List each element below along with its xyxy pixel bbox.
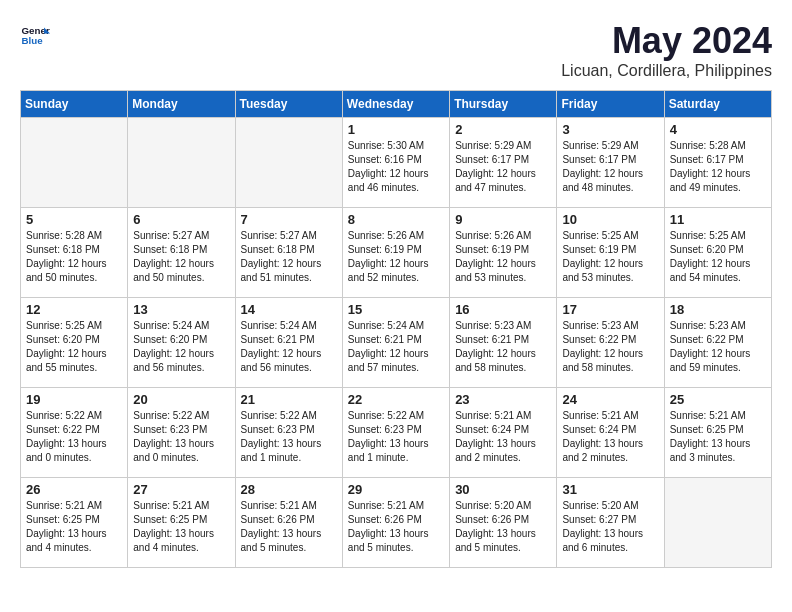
weekday-header: Thursday <box>450 91 557 118</box>
calendar-cell: 24Sunrise: 5:21 AM Sunset: 6:24 PM Dayli… <box>557 388 664 478</box>
day-info: Sunrise: 5:20 AM Sunset: 6:26 PM Dayligh… <box>455 499 551 555</box>
month-title: May 2024 <box>561 20 772 62</box>
calendar-cell: 17Sunrise: 5:23 AM Sunset: 6:22 PM Dayli… <box>557 298 664 388</box>
calendar-cell <box>128 118 235 208</box>
calendar-cell: 8Sunrise: 5:26 AM Sunset: 6:19 PM Daylig… <box>342 208 449 298</box>
day-number: 7 <box>241 212 337 227</box>
day-number: 22 <box>348 392 444 407</box>
day-info: Sunrise: 5:22 AM Sunset: 6:23 PM Dayligh… <box>241 409 337 465</box>
calendar-cell: 6Sunrise: 5:27 AM Sunset: 6:18 PM Daylig… <box>128 208 235 298</box>
day-info: Sunrise: 5:25 AM Sunset: 6:19 PM Dayligh… <box>562 229 658 285</box>
day-info: Sunrise: 5:27 AM Sunset: 6:18 PM Dayligh… <box>133 229 229 285</box>
calendar-cell <box>664 478 771 568</box>
day-info: Sunrise: 5:21 AM Sunset: 6:25 PM Dayligh… <box>670 409 766 465</box>
day-info: Sunrise: 5:29 AM Sunset: 6:17 PM Dayligh… <box>455 139 551 195</box>
day-info: Sunrise: 5:21 AM Sunset: 6:26 PM Dayligh… <box>241 499 337 555</box>
day-number: 5 <box>26 212 122 227</box>
calendar-cell: 14Sunrise: 5:24 AM Sunset: 6:21 PM Dayli… <box>235 298 342 388</box>
day-number: 17 <box>562 302 658 317</box>
day-info: Sunrise: 5:22 AM Sunset: 6:23 PM Dayligh… <box>348 409 444 465</box>
calendar-body: 1Sunrise: 5:30 AM Sunset: 6:16 PM Daylig… <box>21 118 772 568</box>
calendar-cell <box>21 118 128 208</box>
calendar-cell: 29Sunrise: 5:21 AM Sunset: 6:26 PM Dayli… <box>342 478 449 568</box>
day-number: 12 <box>26 302 122 317</box>
day-info: Sunrise: 5:27 AM Sunset: 6:18 PM Dayligh… <box>241 229 337 285</box>
svg-text:Blue: Blue <box>22 35 44 46</box>
day-info: Sunrise: 5:23 AM Sunset: 6:22 PM Dayligh… <box>670 319 766 375</box>
calendar-cell: 13Sunrise: 5:24 AM Sunset: 6:20 PM Dayli… <box>128 298 235 388</box>
day-info: Sunrise: 5:21 AM Sunset: 6:25 PM Dayligh… <box>26 499 122 555</box>
weekday-header: Sunday <box>21 91 128 118</box>
calendar-week-row: 5Sunrise: 5:28 AM Sunset: 6:18 PM Daylig… <box>21 208 772 298</box>
calendar-cell: 12Sunrise: 5:25 AM Sunset: 6:20 PM Dayli… <box>21 298 128 388</box>
logo: General Blue <box>20 20 50 50</box>
calendar-cell: 23Sunrise: 5:21 AM Sunset: 6:24 PM Dayli… <box>450 388 557 478</box>
day-info: Sunrise: 5:20 AM Sunset: 6:27 PM Dayligh… <box>562 499 658 555</box>
calendar-cell: 25Sunrise: 5:21 AM Sunset: 6:25 PM Dayli… <box>664 388 771 478</box>
day-info: Sunrise: 5:26 AM Sunset: 6:19 PM Dayligh… <box>348 229 444 285</box>
day-info: Sunrise: 5:23 AM Sunset: 6:21 PM Dayligh… <box>455 319 551 375</box>
calendar-week-row: 12Sunrise: 5:25 AM Sunset: 6:20 PM Dayli… <box>21 298 772 388</box>
calendar-cell: 21Sunrise: 5:22 AM Sunset: 6:23 PM Dayli… <box>235 388 342 478</box>
calendar-cell: 26Sunrise: 5:21 AM Sunset: 6:25 PM Dayli… <box>21 478 128 568</box>
day-number: 9 <box>455 212 551 227</box>
calendar-cell: 7Sunrise: 5:27 AM Sunset: 6:18 PM Daylig… <box>235 208 342 298</box>
calendar-cell: 4Sunrise: 5:28 AM Sunset: 6:17 PM Daylig… <box>664 118 771 208</box>
day-info: Sunrise: 5:24 AM Sunset: 6:20 PM Dayligh… <box>133 319 229 375</box>
day-number: 21 <box>241 392 337 407</box>
calendar-week-row: 19Sunrise: 5:22 AM Sunset: 6:22 PM Dayli… <box>21 388 772 478</box>
calendar-cell: 18Sunrise: 5:23 AM Sunset: 6:22 PM Dayli… <box>664 298 771 388</box>
weekday-header: Saturday <box>664 91 771 118</box>
day-info: Sunrise: 5:24 AM Sunset: 6:21 PM Dayligh… <box>241 319 337 375</box>
day-number: 28 <box>241 482 337 497</box>
day-info: Sunrise: 5:24 AM Sunset: 6:21 PM Dayligh… <box>348 319 444 375</box>
day-number: 16 <box>455 302 551 317</box>
calendar-cell: 19Sunrise: 5:22 AM Sunset: 6:22 PM Dayli… <box>21 388 128 478</box>
calendar-header-row: SundayMondayTuesdayWednesdayThursdayFrid… <box>21 91 772 118</box>
day-number: 19 <box>26 392 122 407</box>
day-number: 13 <box>133 302 229 317</box>
calendar-cell: 1Sunrise: 5:30 AM Sunset: 6:16 PM Daylig… <box>342 118 449 208</box>
day-number: 4 <box>670 122 766 137</box>
calendar-cell: 3Sunrise: 5:29 AM Sunset: 6:17 PM Daylig… <box>557 118 664 208</box>
day-number: 25 <box>670 392 766 407</box>
calendar-cell: 16Sunrise: 5:23 AM Sunset: 6:21 PM Dayli… <box>450 298 557 388</box>
calendar-cell: 27Sunrise: 5:21 AM Sunset: 6:25 PM Dayli… <box>128 478 235 568</box>
day-number: 11 <box>670 212 766 227</box>
day-info: Sunrise: 5:21 AM Sunset: 6:24 PM Dayligh… <box>455 409 551 465</box>
day-info: Sunrise: 5:28 AM Sunset: 6:17 PM Dayligh… <box>670 139 766 195</box>
day-info: Sunrise: 5:21 AM Sunset: 6:26 PM Dayligh… <box>348 499 444 555</box>
calendar-cell: 30Sunrise: 5:20 AM Sunset: 6:26 PM Dayli… <box>450 478 557 568</box>
day-number: 31 <box>562 482 658 497</box>
day-info: Sunrise: 5:26 AM Sunset: 6:19 PM Dayligh… <box>455 229 551 285</box>
day-info: Sunrise: 5:29 AM Sunset: 6:17 PM Dayligh… <box>562 139 658 195</box>
calendar-cell: 9Sunrise: 5:26 AM Sunset: 6:19 PM Daylig… <box>450 208 557 298</box>
day-info: Sunrise: 5:30 AM Sunset: 6:16 PM Dayligh… <box>348 139 444 195</box>
day-info: Sunrise: 5:23 AM Sunset: 6:22 PM Dayligh… <box>562 319 658 375</box>
day-number: 23 <box>455 392 551 407</box>
day-number: 3 <box>562 122 658 137</box>
calendar-cell: 2Sunrise: 5:29 AM Sunset: 6:17 PM Daylig… <box>450 118 557 208</box>
day-info: Sunrise: 5:22 AM Sunset: 6:22 PM Dayligh… <box>26 409 122 465</box>
day-number: 27 <box>133 482 229 497</box>
calendar-table: SundayMondayTuesdayWednesdayThursdayFrid… <box>20 90 772 568</box>
day-number: 1 <box>348 122 444 137</box>
calendar-cell: 28Sunrise: 5:21 AM Sunset: 6:26 PM Dayli… <box>235 478 342 568</box>
day-number: 6 <box>133 212 229 227</box>
day-number: 20 <box>133 392 229 407</box>
day-number: 30 <box>455 482 551 497</box>
calendar-week-row: 1Sunrise: 5:30 AM Sunset: 6:16 PM Daylig… <box>21 118 772 208</box>
calendar-cell: 15Sunrise: 5:24 AM Sunset: 6:21 PM Dayli… <box>342 298 449 388</box>
calendar-cell: 10Sunrise: 5:25 AM Sunset: 6:19 PM Dayli… <box>557 208 664 298</box>
day-info: Sunrise: 5:22 AM Sunset: 6:23 PM Dayligh… <box>133 409 229 465</box>
weekday-header: Monday <box>128 91 235 118</box>
day-number: 18 <box>670 302 766 317</box>
weekday-header: Friday <box>557 91 664 118</box>
calendar-week-row: 26Sunrise: 5:21 AM Sunset: 6:25 PM Dayli… <box>21 478 772 568</box>
calendar-cell <box>235 118 342 208</box>
weekday-header: Wednesday <box>342 91 449 118</box>
day-number: 14 <box>241 302 337 317</box>
day-info: Sunrise: 5:21 AM Sunset: 6:24 PM Dayligh… <box>562 409 658 465</box>
day-number: 2 <box>455 122 551 137</box>
day-number: 26 <box>26 482 122 497</box>
